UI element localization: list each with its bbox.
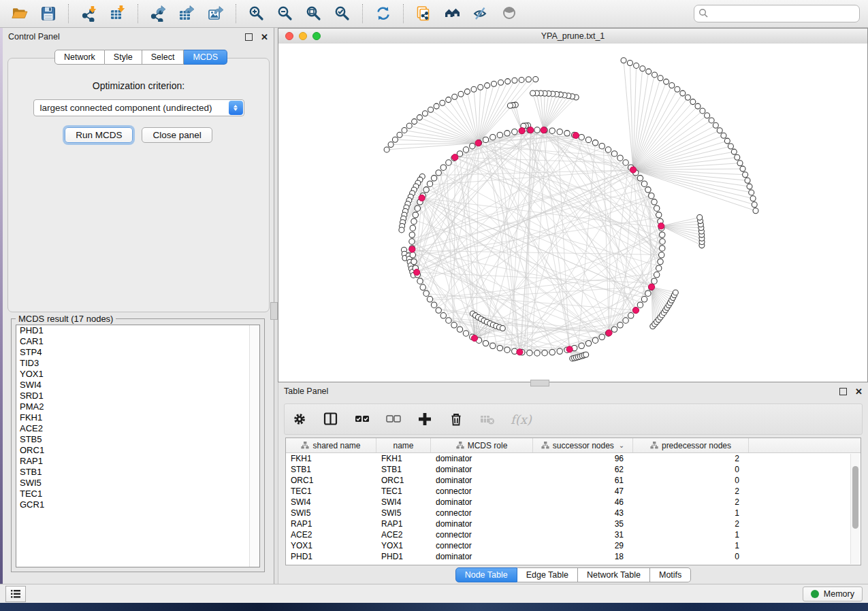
column-header-successor-nodes[interactable]: successor nodes⌄ <box>533 438 633 452</box>
network-node[interactable] <box>446 97 451 103</box>
cell-MCDS-role[interactable]: connector <box>431 541 533 550</box>
network-node[interactable] <box>423 291 429 296</box>
network-node[interactable] <box>504 131 510 136</box>
network-node[interactable] <box>507 103 513 108</box>
network-node[interactable] <box>420 284 425 290</box>
network-node[interactable] <box>534 127 540 133</box>
network-node[interactable] <box>579 135 584 140</box>
mcds-result-item[interactable]: PMA2 <box>16 401 259 412</box>
network-node[interactable] <box>611 151 617 156</box>
column-header-MCDS-role[interactable]: MCDS role <box>431 438 533 452</box>
network-node[interactable] <box>512 129 517 135</box>
cell-MCDS-role[interactable]: dominator <box>431 465 533 474</box>
network-node[interactable] <box>658 76 663 81</box>
gear-button[interactable] <box>291 411 308 427</box>
network-node[interactable] <box>527 350 532 356</box>
network-node[interactable] <box>685 95 690 100</box>
network-node[interactable] <box>434 103 439 109</box>
network-node[interactable] <box>605 147 611 152</box>
cell-successor-nodes[interactable]: 29 <box>533 541 633 550</box>
minimize-window-icon[interactable] <box>299 32 307 40</box>
network-node[interactable] <box>392 137 398 142</box>
network-node[interactable] <box>645 291 651 296</box>
del-button[interactable] <box>448 411 464 427</box>
network-node[interactable] <box>427 181 432 186</box>
network-node[interactable] <box>497 132 502 137</box>
cell-successor-nodes[interactable]: 35 <box>533 519 633 529</box>
network-node[interactable] <box>652 278 657 284</box>
mcds-dominator-node[interactable] <box>541 127 547 133</box>
network-node[interactable] <box>617 155 623 161</box>
export-table-button[interactable] <box>173 1 202 26</box>
cell-successor-nodes[interactable]: 62 <box>533 465 633 474</box>
tab-network-table[interactable]: Network Table <box>578 567 650 582</box>
mcds-dominator-node[interactable] <box>606 330 612 336</box>
folder-open-button[interactable] <box>5 1 34 26</box>
network-node[interactable] <box>700 108 705 114</box>
cell-MCDS-role[interactable]: dominator <box>431 519 533 529</box>
network-node[interactable] <box>728 144 733 149</box>
network-node[interactable] <box>440 165 446 170</box>
network-node[interactable] <box>652 72 658 78</box>
network-node[interactable] <box>411 259 417 264</box>
network-node[interactable] <box>713 122 718 128</box>
network-node[interactable] <box>592 140 598 146</box>
tab-network[interactable]: Network <box>54 50 105 65</box>
network-graph[interactable] <box>278 44 867 382</box>
memory-button[interactable]: Memory <box>803 587 863 601</box>
network-node[interactable] <box>505 79 511 84</box>
network-node[interactable] <box>745 178 750 183</box>
mcds-result-item[interactable]: SRD1 <box>16 391 259 401</box>
cell-name[interactable]: TEC1 <box>376 486 431 496</box>
network-node[interactable] <box>564 131 570 136</box>
cell-name[interactable]: SWI5 <box>376 508 431 518</box>
cell-name[interactable]: ACE2 <box>376 530 431 540</box>
mcds-dominator-node[interactable] <box>658 223 664 229</box>
zoom-fit-button[interactable] <box>300 1 328 26</box>
network-node[interactable] <box>599 334 605 340</box>
table-row[interactable]: PHD1PHD1dominator180 <box>286 551 861 562</box>
float-panel-icon[interactable] <box>245 33 253 41</box>
network-node[interactable] <box>409 239 415 244</box>
network-node[interactable] <box>410 225 415 231</box>
network-node[interactable] <box>717 128 722 133</box>
list-scrollbar[interactable] <box>249 325 259 567</box>
network-node[interactable] <box>519 77 524 82</box>
network-node[interactable] <box>431 176 436 181</box>
cell-successor-nodes[interactable]: 46 <box>533 497 633 507</box>
table-row[interactable]: TEC1TEC1connector472 <box>286 486 861 497</box>
network-node[interactable] <box>478 84 483 90</box>
network-node[interactable] <box>384 147 389 152</box>
show-eye-button[interactable] <box>496 1 524 26</box>
network-node[interactable] <box>413 212 418 218</box>
cell-predecessor-nodes[interactable]: 2 <box>633 519 749 529</box>
close-panel-icon[interactable]: ✕ <box>261 34 268 40</box>
mcds-result-item[interactable]: TID3 <box>16 358 259 369</box>
mcds-dominator-node[interactable] <box>528 127 534 133</box>
cell-name[interactable]: YOX1 <box>376 541 431 550</box>
network-node[interactable] <box>483 137 488 142</box>
cell-predecessor-nodes[interactable]: 0 <box>633 552 749 561</box>
cell-MCDS-role[interactable]: dominator <box>431 552 533 561</box>
tab-select[interactable]: Select <box>142 50 184 65</box>
vertical-splitter-grip[interactable] <box>270 302 278 320</box>
cell-name[interactable]: STB1 <box>376 465 431 474</box>
cell-shared-name[interactable]: ORC1 <box>286 476 376 485</box>
mcds-dominator-node[interactable] <box>419 195 425 201</box>
network-node[interactable] <box>649 193 654 199</box>
mcds-dominator-node[interactable] <box>566 346 573 352</box>
network-node[interactable] <box>440 100 445 105</box>
column-header-shared-name[interactable]: shared name <box>286 438 376 452</box>
network-node[interactable] <box>743 172 748 178</box>
network-node[interactable] <box>637 176 643 181</box>
clone-network-button[interactable] <box>410 1 438 26</box>
cell-shared-name[interactable]: ACE2 <box>286 530 376 540</box>
network-node[interactable] <box>675 86 680 92</box>
cell-shared-name[interactable]: PHD1 <box>286 552 376 561</box>
network-node[interactable] <box>428 107 434 112</box>
table-row[interactable]: RAP1RAP1dominator352 <box>286 518 861 529</box>
cell-successor-nodes[interactable]: 43 <box>533 508 633 518</box>
network-node[interactable] <box>623 318 628 323</box>
network-node[interactable] <box>526 77 531 82</box>
mcds-result-item[interactable]: GCR1 <box>16 499 259 510</box>
